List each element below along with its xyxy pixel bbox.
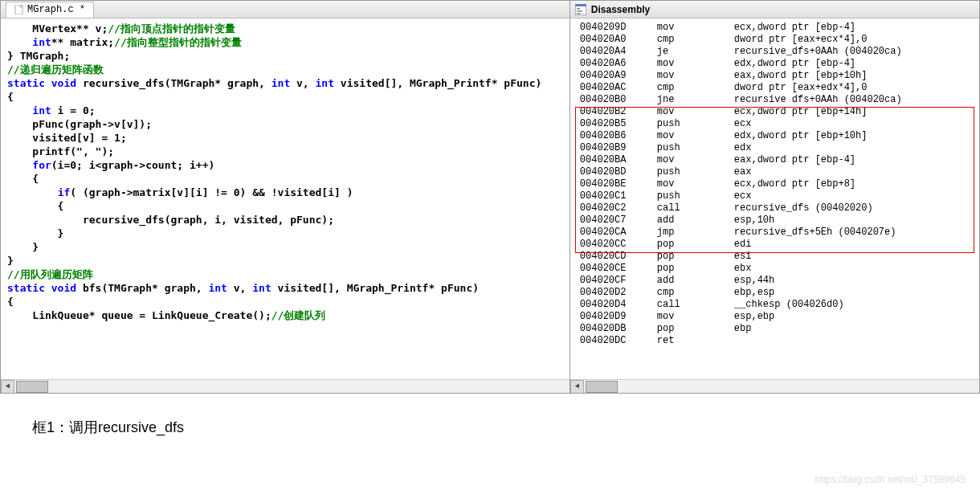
disassembly-line: 004020D9movesp,ebp — [570, 311, 979, 323]
mnemonic: mov — [657, 106, 734, 118]
operands: ecx,dword ptr [ebp+8] — [734, 178, 970, 190]
source-code-viewer[interactable]: MVertex** v;//指向顶点指针的指针变量 int** matrix;/… — [1, 18, 570, 379]
code-line: visited[v] = 1; — [7, 131, 563, 145]
address: 004020A0 — [580, 34, 657, 46]
code-token: } — [7, 255, 14, 267]
mnemonic: pop — [657, 251, 734, 263]
mnemonic: mov — [657, 154, 734, 166]
disassembly-line: 004020B9pushedx — [570, 142, 979, 154]
mnemonic: cmp — [657, 287, 734, 299]
mnemonic: ret — [657, 335, 734, 347]
mnemonic: mov — [657, 178, 734, 190]
operands: ebx — [734, 263, 970, 275]
disassembly-line: 004020D2cmpebp,esp — [570, 287, 979, 299]
disassembly-line: 004020A9moveax,dword ptr [ebp+10h] — [570, 70, 979, 82]
code-line: //递归遍历矩阵函数 — [7, 63, 563, 76]
disassembly-line: 004020D4call__chkesp (004026d0) — [570, 299, 979, 311]
disassembly-line: 004020B0jnerecursive dfs+0AAh (004020ca) — [570, 94, 979, 106]
code-line: static void recursive_dfs(TMGraph* graph… — [7, 76, 563, 90]
disassembly-line: 004020A0cmpdword ptr [eax+ecx*4],0 — [570, 34, 979, 46]
operands: ecx — [734, 190, 970, 202]
code-token: v, — [290, 77, 315, 89]
disassembly-line: 004020C1pushecx — [570, 190, 979, 202]
operands: recursive_dfs (00402020) — [734, 202, 970, 214]
mnemonic: push — [657, 190, 734, 202]
operands: edx — [734, 142, 970, 154]
mnemonic: mov — [657, 70, 734, 82]
code-token: static void — [7, 77, 76, 89]
operands: __chkesp (004026d0) — [734, 299, 970, 311]
address: 004020C2 — [580, 202, 657, 214]
code-token: visited[], MGraph_Printf* pFunc) — [272, 282, 479, 294]
disassembly-line: 004020A6movedx,dword ptr [ebp-4] — [570, 58, 979, 70]
disassembly-line: 004020CEpopebx — [570, 263, 979, 275]
code-token: //递归遍历矩阵函数 — [7, 63, 104, 76]
address: 004020CA — [580, 227, 657, 239]
scroll-thumb[interactable] — [586, 381, 618, 393]
mnemonic: pop — [657, 323, 734, 335]
scroll-thumb[interactable] — [16, 381, 48, 393]
disassembly-line: 004020BAmoveax,dword ptr [ebp-4] — [570, 154, 979, 166]
tab-label: MGraph.c * — [27, 4, 85, 15]
mnemonic: push — [657, 166, 734, 178]
mnemonic: add — [657, 275, 734, 287]
code-token: visited[v] = 1; — [7, 132, 127, 144]
operands: ecx — [734, 118, 970, 130]
operands: recursive dfs+0AAh (004020ca) — [734, 94, 970, 106]
code-line: } — [7, 254, 563, 267]
scroll-left-arrow-icon[interactable]: ◄ — [1, 380, 14, 394]
mnemonic: push — [657, 118, 734, 130]
horizontal-scrollbar[interactable]: ◄ — [1, 379, 570, 393]
code-token: //用队列遍历矩阵 — [7, 268, 93, 280]
code-token: MVertex** v; — [7, 22, 108, 35]
mnemonic: mov — [657, 58, 734, 70]
address: 004020B2 — [580, 106, 657, 118]
tab-mgraph-c[interactable]: MGraph.c * — [6, 2, 94, 18]
scroll-left-arrow-icon[interactable]: ◄ — [570, 380, 584, 394]
disassembly-line: 004020CAjmprecursive_dfs+5Eh (0040207e) — [570, 227, 979, 239]
horizontal-scrollbar[interactable]: ◄ — [570, 379, 979, 393]
operands: ecx,dword ptr [ebp+14h] — [734, 106, 970, 118]
mnemonic: je — [657, 46, 734, 58]
address: 004020CC — [580, 239, 657, 251]
disassembly-window-icon — [575, 4, 586, 15]
operands: ebp — [734, 323, 970, 335]
code-token: } — [7, 227, 63, 239]
disassembly-title-bar: Disassembly — [570, 1, 979, 18]
disassembly-pane: Disassembly 0040209Dmovecx,dword ptr [eb… — [570, 1, 979, 393]
address: 004020B6 — [580, 130, 657, 142]
operands: esp,10h — [734, 214, 970, 227]
disassembly-line: 004020BDpusheax — [570, 166, 979, 178]
code-line: MVertex** v;//指向顶点指针的指针变量 — [7, 22, 563, 35]
code-line: pFunc(graph->v[v]); — [7, 117, 563, 131]
operands: esp,44h — [734, 275, 970, 287]
code-line: { — [7, 295, 563, 308]
code-line: } — [7, 240, 563, 254]
ide-window: MGraph.c * MVertex** v;//指向顶点指针的指针变量 int… — [0, 0, 980, 394]
disassembly-line: 004020ACcmpdword ptr [eax+edx*4],0 — [570, 82, 979, 94]
code-token: int — [272, 77, 290, 89]
address: 004020D4 — [580, 299, 657, 311]
editor-tab-bar: MGraph.c * — [1, 1, 570, 18]
code-token — [7, 186, 58, 198]
address: 004020D2 — [580, 287, 657, 299]
disassembly-listing[interactable]: 0040209Dmovecx,dword ptr [ebp-4]004020A0… — [570, 18, 979, 379]
disassembly-line: 004020CCpopedi — [570, 239, 979, 251]
code-line: //用队列遍历矩阵 — [7, 267, 563, 281]
mnemonic: mov — [657, 130, 734, 142]
address: 004020DB — [580, 323, 657, 335]
code-token: //创建队列 — [272, 309, 326, 321]
svg-rect-2 — [575, 4, 586, 6]
operands: edx,dword ptr [ebp+10h] — [734, 130, 970, 142]
disassembly-title-label: Disassembly — [591, 4, 650, 15]
operands: esi — [734, 251, 970, 263]
code-token: int — [316, 77, 334, 89]
disassembly-line: 004020CFaddesp,44h — [570, 275, 979, 287]
code-token: { — [7, 200, 63, 212]
address: 004020B9 — [580, 142, 657, 154]
operands: edx,dword ptr [ebp-4] — [734, 58, 970, 70]
code-line: { — [7, 199, 563, 213]
operands: recursive_dfs+0AAh (004020ca) — [734, 46, 970, 58]
address: 004020A9 — [580, 70, 657, 82]
code-token: pFunc(graph->v[v]); — [7, 118, 152, 130]
